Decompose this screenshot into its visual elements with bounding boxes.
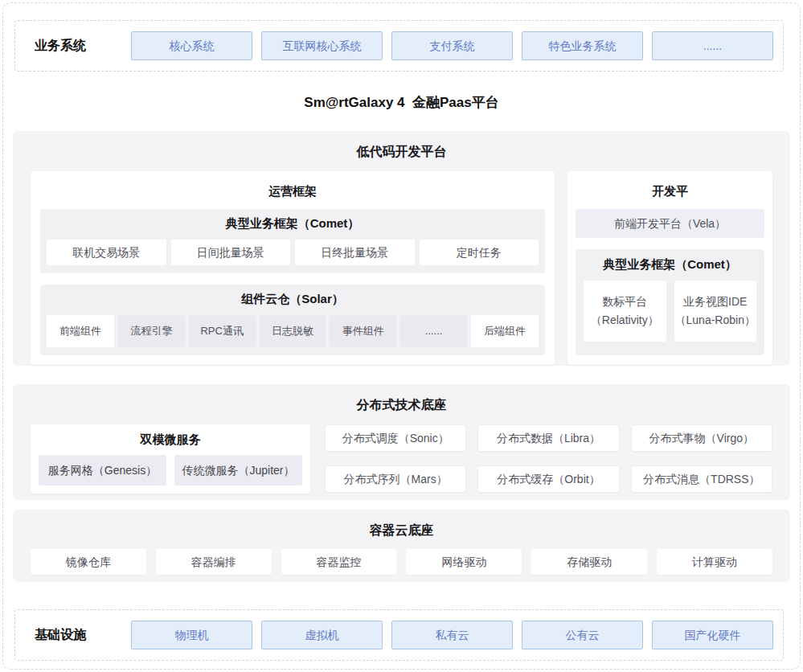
business-systems-label: 业务系统: [15, 38, 131, 55]
comet-chip-eod-batch[interactable]: 日终批量场景: [295, 240, 415, 265]
cell-dist-cache-orbit[interactable]: 分布式缓存（Orbit）: [477, 465, 619, 493]
solar-chip-event[interactable]: 事件组件: [330, 315, 396, 347]
biz-chip-core[interactable]: 核心系统: [131, 31, 252, 60]
comet-chip-timed-task[interactable]: 定时任务: [420, 240, 539, 265]
dev-platform-title: 开发平: [576, 179, 764, 203]
lowcode-title: 低代码开发平台: [13, 131, 790, 161]
dev-card-luna-robin[interactable]: 业务视图IDE （Luna-Robin）: [674, 281, 757, 342]
dev-platform-panel: 开发平 前端开发平台（Vela） 典型业务框架（Comet） 数标平台 （Rel…: [567, 171, 772, 365]
cell-dist-transaction-virgo[interactable]: 分布式事物（Virgo）: [631, 424, 772, 452]
comet-chip-day-batch[interactable]: 日间批量场景: [171, 240, 291, 265]
comet-chip-row: 联机交易场景 日间批量场景 日终批量场景 定时任务: [47, 240, 539, 265]
cell-dist-data-libra[interactable]: 分布式数据（Libra）: [477, 424, 619, 452]
vela-chip[interactable]: 前端开发平台（Vela）: [576, 209, 764, 238]
lowcode-body: 运营框架 典型业务框架（Comet） 联机交易场景 日间批量场景 日终批量场景 …: [13, 161, 790, 365]
dev-comet-title: 典型业务框架（Comet）: [584, 257, 756, 276]
infrastructure-box: 基础设施 物理机 虚拟机 私有云 公有云 国产化硬件: [14, 609, 784, 661]
ops-framework-panel: 运营框架 典型业务框架（Comet） 联机交易场景 日间批量场景 日终批量场景 …: [31, 171, 555, 365]
cell-dist-sequence-mars[interactable]: 分布式序列（Mars）: [325, 465, 466, 493]
dev-card-relativity-line2: （Relativity）: [591, 311, 659, 330]
infrastructure-buttons: 物理机 虚拟机 私有云 公有云 国产化硬件: [131, 621, 773, 649]
comet-framework-title: 典型业务框架（Comet）: [47, 216, 539, 240]
lowcode-panel: 低代码开发平台 运营框架 典型业务框架（Comet） 联机交易场景 日间批量场景…: [13, 131, 790, 366]
biz-chip-more[interactable]: ......: [652, 31, 773, 60]
cell-dist-scheduling-sonic[interactable]: 分布式调度（Sonic）: [325, 424, 466, 452]
comet-chip-online-trade[interactable]: 联机交易场景: [47, 240, 166, 265]
solar-chip-more[interactable]: ......: [400, 315, 467, 347]
chip-classic-microservice-jupiter[interactable]: 传统微服务（Jupiter）: [174, 455, 302, 486]
business-systems-buttons: 核心系统 互联网核心系统 支付系统 特色业务系统 ......: [131, 31, 773, 60]
ops-framework-title: 运营框架: [40, 179, 545, 209]
infra-chip-physical-machine[interactable]: 物理机: [131, 621, 252, 649]
distributed-body: 双模微服务 服务网格（Genesis） 传统微服务（Jupiter） 分布式调度…: [13, 414, 790, 494]
solar-chip-log-masking[interactable]: 日志脱敏: [260, 315, 326, 347]
solar-panel: 组件云仓（Solar） 前端组件 流程引擎 RPC通讯 日志脱敏 事件组件 ..…: [40, 285, 545, 355]
cell-compute-driver[interactable]: 计算驱动: [657, 549, 772, 575]
biz-chip-payment[interactable]: 支付系统: [391, 31, 513, 60]
biz-chip-special[interactable]: 特色业务系统: [522, 31, 643, 60]
cell-container-orchestration[interactable]: 容器编排: [156, 549, 272, 575]
comet-framework-panel: 典型业务框架（Comet） 联机交易场景 日间批量场景 日终批量场景 定时任务: [40, 209, 545, 273]
platform-title: Sm@rtGalaxy 4 金融Paas平台: [0, 93, 803, 112]
cell-container-monitoring[interactable]: 容器监控: [281, 549, 397, 575]
container-cloud-panel: 容器云底座 镜像仓库 容器编排 容器监控 网络驱动 存储驱动 计算驱动: [13, 510, 790, 582]
chip-service-mesh-genesis[interactable]: 服务网格（Genesis）: [39, 455, 166, 486]
container-cloud-title: 容器云底座: [13, 510, 790, 539]
dual-microservice-card: 双模微服务 服务网格（Genesis） 传统微服务（Jupiter）: [31, 424, 310, 494]
infra-chip-private-cloud[interactable]: 私有云: [391, 621, 513, 649]
infra-chip-domestic-hardware[interactable]: 国产化硬件: [652, 621, 773, 649]
solar-chip-frontend[interactable]: 前端组件: [47, 315, 114, 347]
infrastructure-label: 基础设施: [15, 627, 131, 644]
container-cloud-row: 镜像仓库 容器编排 容器监控 网络驱动 存储驱动 计算驱动: [13, 539, 790, 575]
solar-title: 组件云仓（Solar）: [47, 292, 539, 315]
solar-chip-backend[interactable]: 后端组件: [471, 315, 539, 347]
distributed-panel: 分布式技术底座 双模微服务 服务网格（Genesis） 传统微服务（Jupite…: [13, 384, 790, 500]
distributed-title: 分布式技术底座: [13, 384, 790, 414]
biz-chip-internet-core[interactable]: 互联网核心系统: [261, 31, 383, 60]
dev-card-luna-robin-line2: （Luna-Robin）: [675, 311, 756, 330]
solar-chip-workflow-engine[interactable]: 流程引擎: [118, 315, 185, 347]
dual-chip-row: 服务网格（Genesis） 传统微服务（Jupiter）: [39, 455, 302, 486]
dev-card-relativity-line1: 数标平台: [602, 293, 647, 311]
infra-chip-public-cloud[interactable]: 公有云: [522, 621, 643, 649]
infra-chip-virtual-machine[interactable]: 虚拟机: [261, 621, 383, 649]
dev-card-relativity[interactable]: 数标平台 （Relativity）: [584, 281, 666, 342]
distributed-grid: 分布式调度（Sonic） 分布式数据（Libra） 分布式事物（Virgo） 分…: [325, 424, 772, 494]
cell-dist-message-tdrss[interactable]: 分布式消息（TDRSS）: [631, 465, 772, 493]
dev-card-luna-robin-line1: 业务视图IDE: [683, 293, 747, 311]
cell-network-driver[interactable]: 网络驱动: [406, 549, 522, 575]
cell-storage-driver[interactable]: 存储驱动: [531, 549, 647, 575]
dual-microservice-title: 双模微服务: [39, 429, 302, 455]
cell-image-registry[interactable]: 镜像仓库: [31, 549, 146, 575]
dev-comet-panel: 典型业务框架（Comet） 数标平台 （Relativity） 业务视图IDE …: [576, 249, 764, 355]
solar-chip-row: 前端组件 流程引擎 RPC通讯 日志脱敏 事件组件 ...... 后端组件: [47, 315, 539, 347]
solar-chip-rpc[interactable]: RPC通讯: [189, 315, 256, 347]
dev-card-row: 数标平台 （Relativity） 业务视图IDE （Luna-Robin）: [584, 281, 756, 342]
business-systems-box: 业务系统 核心系统 互联网核心系统 支付系统 特色业务系统 ......: [14, 20, 784, 72]
